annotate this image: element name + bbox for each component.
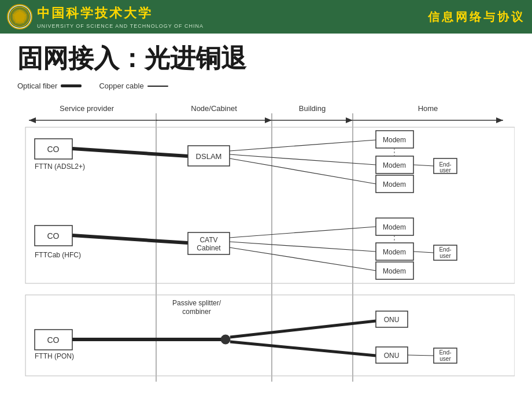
svg-text:user: user xyxy=(439,167,451,173)
svg-marker-10 xyxy=(265,117,272,123)
copper-line-sample xyxy=(147,86,168,87)
logo-inner xyxy=(9,6,31,28)
modem1-label: Modem xyxy=(383,136,406,144)
header-title-block: 中国科学技术大学 UNIVERSITY OF SCIENCE AND TECHN… xyxy=(37,5,204,29)
svg-text:End-: End- xyxy=(439,246,451,253)
university-logo xyxy=(7,4,32,29)
svg-text:user: user xyxy=(439,253,451,259)
modem3-label: Modem xyxy=(383,180,406,189)
splitter-node xyxy=(221,335,230,344)
copper-catv-m1 xyxy=(230,227,376,238)
diagram-svg: Service provider Node/Cabinet Building H… xyxy=(17,98,515,382)
copper-enduser1 xyxy=(413,165,434,166)
header: 中国科学技术大学 UNIVERSITY OF SCIENCE AND TECHN… xyxy=(0,0,532,34)
segment-building: Building xyxy=(299,104,326,113)
course-title: 信息网络与协议 xyxy=(428,9,525,25)
legend-optical: Optical fiber xyxy=(17,82,82,90)
university-name-cn: 中国科学技术大学 xyxy=(37,5,204,22)
svg-marker-5 xyxy=(496,117,503,123)
svg-text:CATV: CATV xyxy=(200,236,217,244)
slide: 中国科学技术大学 UNIVERSITY OF SCIENCE AND TECHN… xyxy=(0,0,532,399)
fttcab-label: FTTCab (HFC) xyxy=(35,251,81,259)
svg-text:End-: End- xyxy=(439,349,451,356)
modem5-label: Modem xyxy=(383,248,406,256)
optical-onu1 xyxy=(230,321,376,337)
copper-catv-m2 xyxy=(230,242,376,252)
segment-home: Home xyxy=(418,104,438,113)
segment-node: Node/Cabinet xyxy=(191,104,237,113)
svg-text:combiner: combiner xyxy=(182,308,210,316)
dslam-label: DSLAM xyxy=(196,152,222,161)
optical-label: Optical fiber xyxy=(17,82,57,90)
copper-label: Copper cable xyxy=(99,82,143,90)
optical-onu2 xyxy=(230,342,376,356)
co3-label: CO xyxy=(47,335,60,345)
svg-text:Cabinet: Cabinet xyxy=(197,244,221,252)
slide-content: 固网接入：光进铜退 Optical fiber Copper cable xyxy=(0,34,532,387)
university-name-en: UNIVERSITY OF SCIENCE AND TECHNOLOGY OF … xyxy=(37,23,204,29)
optical-line-sample xyxy=(61,84,82,87)
optical-line-2 xyxy=(72,235,188,243)
svg-text:Passive splitter/: Passive splitter/ xyxy=(172,299,221,307)
modem6-label: Modem xyxy=(383,267,406,275)
legend-copper: Copper cable xyxy=(99,82,168,90)
onu2-label: ONU xyxy=(384,352,400,360)
fttn-label: FTTN (ADSL2+) xyxy=(35,162,85,171)
copper-line-m3 xyxy=(230,158,376,184)
svg-marker-4 xyxy=(29,117,36,123)
segment-service: Service provider xyxy=(60,104,114,113)
slide-title: 固网接入：光进铜退 xyxy=(17,42,515,76)
modem2-label: Modem xyxy=(383,161,406,169)
modem4-label: Modem xyxy=(383,223,406,231)
network-diagram: Service provider Node/Cabinet Building H… xyxy=(17,98,515,382)
onu1-label: ONU xyxy=(384,316,400,324)
svg-marker-2 xyxy=(12,9,27,24)
co1-label: CO xyxy=(47,145,60,154)
legend: Optical fiber Copper cable xyxy=(17,82,515,90)
co2-label: CO xyxy=(47,231,60,241)
copper-line-m1 xyxy=(230,140,376,151)
header-left: 中国科学技术大学 UNIVERSITY OF SCIENCE AND TECHN… xyxy=(7,4,204,29)
copper-line-m2 xyxy=(230,154,376,165)
section-border-bottom xyxy=(25,295,515,376)
svg-marker-11 xyxy=(346,117,353,123)
optical-line-1 xyxy=(72,149,188,156)
ftth-label: FTTH (PON) xyxy=(35,352,74,360)
copper-enduser2 xyxy=(413,252,434,253)
copper-catv-m3 xyxy=(230,247,376,271)
svg-text:user: user xyxy=(439,356,451,362)
copper-enduser3 xyxy=(408,355,434,356)
